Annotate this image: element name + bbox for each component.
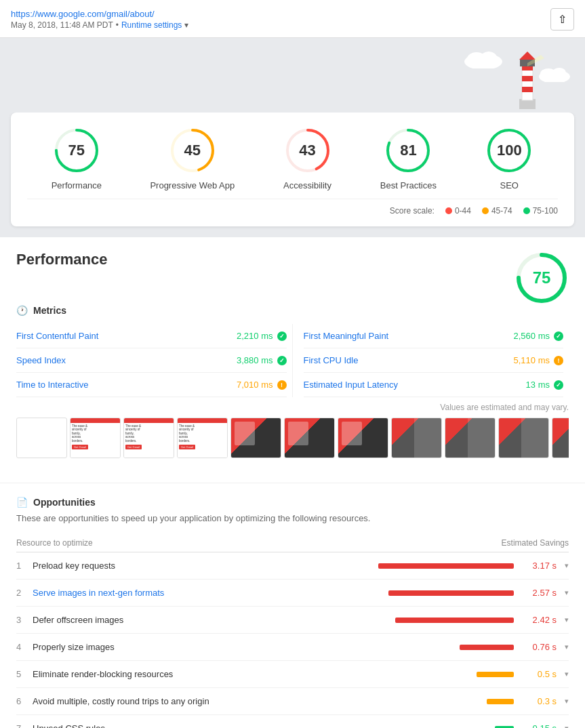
score-label: Accessibility bbox=[283, 180, 331, 190]
score-item-accessibility: 43 Accessibility bbox=[283, 126, 332, 190]
svg-rect-9 bbox=[522, 76, 533, 81]
opportunity-bar-icon bbox=[388, 590, 514, 596]
scale-red: 0-44 bbox=[445, 206, 471, 216]
metric-badge-orange-icon: ! bbox=[554, 356, 563, 365]
score-value: 43 bbox=[299, 142, 315, 159]
opportunity-bar-icon bbox=[395, 618, 514, 623]
metric-badge-green-icon: ✓ bbox=[277, 356, 287, 365]
metric-row: First CPU Idle 5,110 ms ! bbox=[304, 348, 564, 373]
film-frame bbox=[284, 418, 335, 458]
metric-badge-green-icon: ✓ bbox=[277, 331, 287, 341]
metrics-grid: First Contentful Paint 2,210 ms ✓ Speed … bbox=[16, 324, 569, 397]
lighthouse-area bbox=[0, 38, 585, 113]
metric-row: Speed Index 3,880 ms ✓ bbox=[16, 348, 287, 373]
clock-icon: 🕐 bbox=[16, 305, 28, 316]
metric-value: 2,560 ms ✓ bbox=[514, 331, 563, 341]
header: https://www.google.com/gmail/about/ May … bbox=[0, 0, 585, 38]
opportunities-header: 📄 Opportunities bbox=[16, 497, 569, 508]
chevron-down-icon[interactable]: ▾ bbox=[565, 561, 569, 570]
opportunities-rows: 1 Preload key requests 3.17 s ▾ 2 Serve … bbox=[16, 552, 569, 728]
opportunity-row: 6 Avoid multiple, costly round trips to … bbox=[16, 688, 569, 715]
score-circle: 45 bbox=[168, 126, 217, 175]
chevron-down-icon[interactable]: ▾ bbox=[565, 615, 569, 624]
opportunity-link[interactable]: Serve images in next-gen formats bbox=[33, 588, 164, 598]
metrics-right-column: First Meaningful Paint 2,560 ms ✓ First … bbox=[293, 324, 569, 397]
page-url[interactable]: https://www.google.com/gmail/about/ bbox=[11, 9, 155, 19]
metric-name: First Contentful Paint bbox=[16, 331, 98, 341]
metric-badge-orange-icon: ! bbox=[277, 380, 287, 390]
col-resource: Resource to optimize bbox=[16, 538, 93, 548]
film-frame bbox=[498, 418, 549, 458]
cloud-left-icon bbox=[463, 48, 504, 68]
performance-score-value: 75 bbox=[533, 268, 551, 287]
opportunity-title: Avoid multiple, costly round trips to an… bbox=[33, 696, 374, 706]
score-label: SEO bbox=[500, 180, 519, 190]
chevron-down-icon[interactable]: ▾ bbox=[565, 643, 569, 651]
opportunity-saving: 3.17 s bbox=[519, 561, 557, 571]
score-value: 81 bbox=[400, 142, 416, 159]
metric-name: First CPU Idle bbox=[304, 355, 359, 365]
opportunity-name: Properly size images bbox=[33, 642, 115, 652]
scores-card: 75 Performance 45 Progressive Web App bbox=[11, 113, 574, 226]
scale-orange: 45-74 bbox=[482, 206, 512, 216]
chevron-down-icon[interactable]: ▾ bbox=[565, 724, 569, 728]
metric-name: First Meaningful Paint bbox=[304, 331, 389, 341]
opportunity-name: Unused CSS rules bbox=[33, 723, 105, 728]
scale-green-label: 75-100 bbox=[533, 206, 558, 216]
opportunity-row: 7 Unused CSS rules 0.15 s ▾ bbox=[16, 715, 569, 728]
score-value: 45 bbox=[184, 142, 201, 159]
opportunity-bar-area: 2.42 s ▾ bbox=[379, 615, 569, 625]
share-button[interactable]: ⇧ bbox=[550, 8, 574, 31]
opportunity-number: 6 bbox=[16, 696, 27, 706]
metric-value: 2,210 ms ✓ bbox=[237, 331, 286, 341]
opportunity-name: Defer offscreen images bbox=[33, 615, 123, 625]
filmstrip: The ease &sincerity offamily,acrossborde… bbox=[16, 418, 569, 458]
opportunity-title: Eliminate render-blocking resources bbox=[33, 669, 374, 679]
film-frame bbox=[338, 418, 388, 458]
film-frame bbox=[552, 418, 569, 458]
score-value: 100 bbox=[497, 142, 522, 159]
opportunity-row: 4 Properly size images 0.76 s ▾ bbox=[16, 634, 569, 661]
green-dot-icon bbox=[523, 207, 530, 214]
header-meta: May 8, 2018, 11:48 AM PDT • Runtime sett… bbox=[11, 20, 188, 30]
chevron-down-icon[interactable]: ▾ bbox=[565, 670, 569, 679]
film-frame: The ease &sincerity offamily,acrossborde… bbox=[123, 418, 174, 458]
film-frame: The ease &sincerity offamily,acrossborde… bbox=[177, 418, 228, 458]
performance-score-circle: 75 bbox=[515, 251, 569, 305]
metric-row: First Contentful Paint 2,210 ms ✓ bbox=[16, 324, 287, 348]
score-circle: 100 bbox=[485, 126, 533, 175]
score-circle: 43 bbox=[283, 126, 332, 175]
metric-row: First Meaningful Paint 2,560 ms ✓ bbox=[304, 324, 564, 348]
opportunity-title: Serve images in next-gen formats bbox=[33, 588, 374, 598]
opportunity-saving: 0.76 s bbox=[519, 642, 557, 652]
metric-row: Estimated Input Latency 13 ms ✓ bbox=[304, 373, 564, 397]
col-savings: Estimated Savings bbox=[502, 538, 569, 548]
chevron-down-icon[interactable]: ▾ bbox=[565, 697, 569, 706]
lighthouse-icon bbox=[507, 52, 548, 113]
opportunity-bar-area: 0.15 s ▾ bbox=[379, 723, 569, 728]
opportunity-bar-area: 0.5 s ▾ bbox=[379, 669, 569, 679]
opportunity-number: 7 bbox=[16, 723, 27, 728]
opportunity-bar-icon bbox=[477, 672, 514, 677]
opportunity-row: 5 Eliminate render-blocking resources 0.… bbox=[16, 661, 569, 688]
opportunities-label: Opportunities bbox=[33, 497, 96, 508]
chevron-down-icon[interactable]: ▾ bbox=[565, 588, 569, 597]
svg-rect-10 bbox=[522, 87, 533, 92]
opportunity-name: Preload key requests bbox=[33, 561, 115, 571]
opportunity-bar-icon bbox=[487, 699, 514, 704]
score-scale-label: Score scale: bbox=[390, 206, 435, 216]
opportunity-bar-area: 3.17 s ▾ bbox=[378, 561, 569, 571]
opportunity-saving: 0.15 s bbox=[519, 723, 557, 728]
metrics-header: 🕐 Metrics bbox=[16, 305, 569, 316]
opportunities-description: These are opportunities to speed up your… bbox=[16, 513, 569, 523]
opportunities-table-header: Resource to optimize Estimated Savings bbox=[16, 534, 569, 552]
scale-red-label: 0-44 bbox=[455, 206, 471, 216]
film-frame bbox=[230, 418, 281, 458]
runtime-settings-link[interactable]: Runtime settings bbox=[121, 20, 182, 30]
performance-section: Performance 75 🕐 Metrics First Contentfu… bbox=[0, 237, 585, 483]
audit-date: May 8, 2018, 11:48 AM PDT bbox=[11, 20, 113, 30]
metric-value: 5,110 ms ! bbox=[514, 355, 563, 365]
opportunity-number: 2 bbox=[16, 588, 27, 598]
score-value: 75 bbox=[68, 142, 85, 159]
score-item-best-practices: 81 Best Practices bbox=[380, 126, 437, 190]
